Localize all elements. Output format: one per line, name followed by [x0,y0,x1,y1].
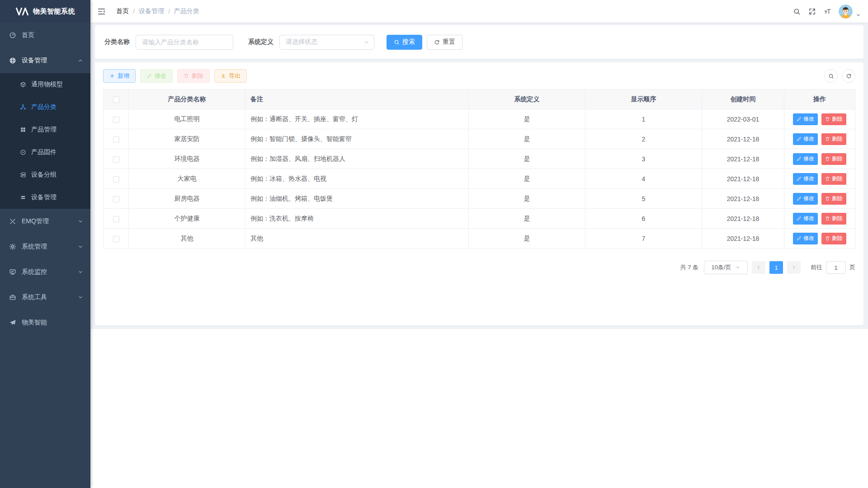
cell-actions: 修改删除 [784,149,855,169]
row-edit-button[interactable]: 修改 [793,193,818,205]
sidebar-item-home[interactable]: 首页 [0,23,90,48]
edit-pencil-icon [797,136,802,141]
edit-pencil-icon [797,156,802,161]
delete-button[interactable]: 删除 [177,69,210,83]
row-edit-button[interactable]: 修改 [793,173,818,185]
edit-pencil-icon [797,176,802,181]
row-delete-button[interactable]: 删除 [821,113,846,125]
sidebar-subitem-product-firmware[interactable]: 产品固件 [0,141,90,164]
row-delete-button[interactable]: 删除 [821,153,846,165]
edit-pencil-icon [797,196,802,201]
row-checkbox[interactable] [113,117,119,123]
menu-label: 系统工具 [22,293,47,301]
row-delete-button[interactable]: 删除 [821,233,846,244]
select-all-checkbox[interactable] [113,97,119,103]
row-edit-button[interactable]: 修改 [793,113,818,125]
sidebar-subitem-product-category[interactable]: 产品分类 [0,96,90,118]
font-size-button[interactable] [820,0,835,23]
system-defined-select[interactable]: 请选择状态 [279,35,374,50]
breadcrumb-current: 产品分类 [174,7,199,15]
toggle-search-button[interactable] [824,69,838,83]
menu-label: 物美智能 [22,319,47,327]
menu-label: 系统管理 [22,243,47,251]
add-button[interactable]: 新增 [103,69,136,83]
sidebar-item-system-tools[interactable]: 系统工具 [0,285,90,310]
plus-icon [109,73,115,79]
cell-display-order: 1 [585,109,702,129]
goto-page-input[interactable] [826,261,846,274]
collapse-sidebar-button[interactable] [90,0,113,23]
trash-icon [825,136,830,141]
row-checkbox[interactable] [113,216,119,222]
row-edit-button[interactable]: 修改 [793,133,818,145]
row-checkbox[interactable] [113,156,119,163]
sidebar-subitem-common-thing-model[interactable]: 通用物模型 [0,73,90,96]
app-title: 物美智能系统 [33,7,75,16]
top-navbar: 首页 / 设备管理 / 产品分类 [90,0,868,23]
trash-icon [825,216,830,221]
reset-button-label: 重置 [443,38,455,46]
edit-button-label: 修改 [155,72,166,80]
row-delete-button[interactable]: 删除 [821,213,846,225]
sidebar-subitem-device-group[interactable]: 设备分组 [0,164,90,186]
breadcrumb-home[interactable]: 首页 [116,7,129,15]
search-button[interactable]: 搜索 [387,35,422,50]
page-number-button[interactable]: 1 [769,261,783,274]
sidebar-item-system-management[interactable]: 系统管理 [0,234,90,259]
cell-actions: 修改删除 [784,209,855,229]
pagination-total: 共 7 条 [680,263,698,272]
user-avatar[interactable] [839,5,861,19]
chevron-down-icon [363,39,369,45]
edit-button[interactable]: 修改 [140,69,173,83]
cell-display-order: 2 [585,129,702,149]
sidebar-item-emq-management[interactable]: EMQ管理 [0,209,90,234]
row-delete-label: 删除 [832,215,843,222]
sidebar-subitem-device-management[interactable]: 设备管理 [0,186,90,209]
category-name-input[interactable] [136,35,233,50]
chevron-right-icon [791,265,797,270]
breadcrumb: 首页 / 设备管理 / 产品分类 [116,7,199,15]
refresh-table-button[interactable] [842,69,855,83]
dashboard-icon [9,32,16,39]
sidebar-item-wumei-smart[interactable]: 物美智能 [0,310,90,335]
sidebar-subitem-product-management[interactable]: 产品管理 [0,118,90,141]
refresh-icon [846,73,852,79]
export-button[interactable]: 导出 [214,69,247,83]
header-remark: 备注 [245,89,469,109]
cell-actions: 修改删除 [784,189,855,209]
breadcrumb-device-management: 设备管理 [139,7,164,15]
edit-pencil-icon [797,236,802,241]
row-checkbox[interactable] [113,136,119,143]
row-delete-button[interactable]: 删除 [821,173,846,185]
row-checkbox[interactable] [113,236,119,242]
cell-created-time: 2021-12-18 [702,169,784,189]
chevron-down-icon [78,295,83,300]
menu-label: 设备管理 [22,56,47,65]
app-logo[interactable]: 物美智能系统 [0,0,90,23]
sidebar-item-system-monitor[interactable]: 系统监控 [0,259,90,285]
row-checkbox[interactable] [113,196,119,202]
row-delete-button[interactable]: 删除 [821,133,846,145]
system-defined-label: 系统定义 [248,38,274,46]
page-size-select[interactable]: 10条/页 [704,261,748,274]
header-category-name: 产品分类名称 [129,89,245,109]
header-search-button[interactable] [789,0,804,23]
row-edit-button[interactable]: 修改 [793,213,818,225]
magnifier-icon [394,39,400,45]
row-checkbox[interactable] [113,176,119,183]
sidebar-item-device-management[interactable]: 设备管理 [0,48,90,73]
reset-button[interactable]: 重置 [427,35,462,50]
prev-page-button[interactable] [752,261,765,274]
row-delete-button[interactable]: 删除 [821,193,846,205]
cell-category-name: 电工照明 [129,109,245,129]
row-edit-label: 修改 [803,235,814,242]
chevron-left-icon [756,265,761,270]
row-edit-button[interactable]: 修改 [793,233,818,244]
trash-icon [825,236,830,241]
row-edit-button[interactable]: 修改 [793,153,818,165]
fullscreen-button[interactable] [804,0,820,23]
next-page-button[interactable] [787,261,801,274]
firmware-disc-icon [20,149,26,155]
fold-menu-icon [97,7,106,16]
cell-created-time: 2021-12-18 [702,129,784,149]
